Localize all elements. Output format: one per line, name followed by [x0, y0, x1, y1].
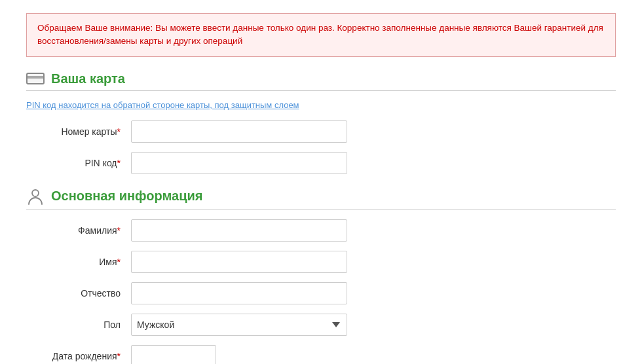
svg-point-0 — [32, 190, 39, 196]
gender-group: Пол Мужской Женский — [26, 314, 616, 336]
firstname-group: Имя* — [26, 251, 616, 273]
pin-code-input[interactable] — [131, 152, 347, 174]
surname-required: * — [117, 225, 121, 236]
card-divider — [26, 90, 616, 91]
card-section-header: Ваша карта — [26, 71, 616, 86]
pin-code-label: PIN код* — [26, 158, 131, 168]
card-section-title: Ваша карта — [51, 71, 125, 86]
info-divider — [26, 209, 616, 210]
card-icon — [26, 73, 45, 84]
surname-input[interactable] — [131, 219, 347, 242]
surname-group: Фамилия* — [26, 219, 616, 242]
card-number-input[interactable] — [131, 120, 347, 143]
card-number-group: Номер карты* — [26, 120, 616, 143]
patronymic-label: Отчество — [26, 288, 131, 299]
card-number-label: Номер карты* — [26, 126, 131, 137]
firstname-label: Имя* — [26, 257, 131, 267]
birthdate-group: Дата рождения* — [26, 345, 616, 365]
pin-code-group: PIN код* — [26, 152, 616, 174]
notice-box: Обращаем Ваше внимание: Вы можете ввести… — [26, 13, 616, 57]
card-number-required: * — [117, 126, 121, 137]
pin-required: * — [117, 158, 121, 168]
notice-text: Обращаем Ваше внимание: Вы можете ввести… — [37, 22, 605, 48]
birthdate-required: * — [117, 351, 121, 361]
info-section: Основная информация Фамилия* Имя* Отчест… — [26, 187, 616, 365]
person-icon — [26, 187, 45, 206]
gender-select[interactable]: Мужской Женский — [131, 314, 347, 336]
info-section-header: Основная информация — [26, 187, 616, 206]
gender-label: Пол — [26, 319, 131, 330]
surname-label: Фамилия* — [26, 225, 131, 236]
firstname-input[interactable] — [131, 251, 347, 273]
info-section-title: Основная информация — [51, 189, 202, 204]
patronymic-input[interactable] — [131, 282, 347, 304]
card-section: Ваша карта PIN код находится на обратной… — [26, 71, 616, 174]
birthdate-input[interactable] — [131, 345, 216, 365]
pin-hint-text: PIN код находится на обратной стороне ка… — [26, 100, 616, 110]
birthdate-label: Дата рождения* — [26, 351, 131, 361]
patronymic-group: Отчество — [26, 282, 616, 304]
firstname-required: * — [117, 257, 121, 267]
